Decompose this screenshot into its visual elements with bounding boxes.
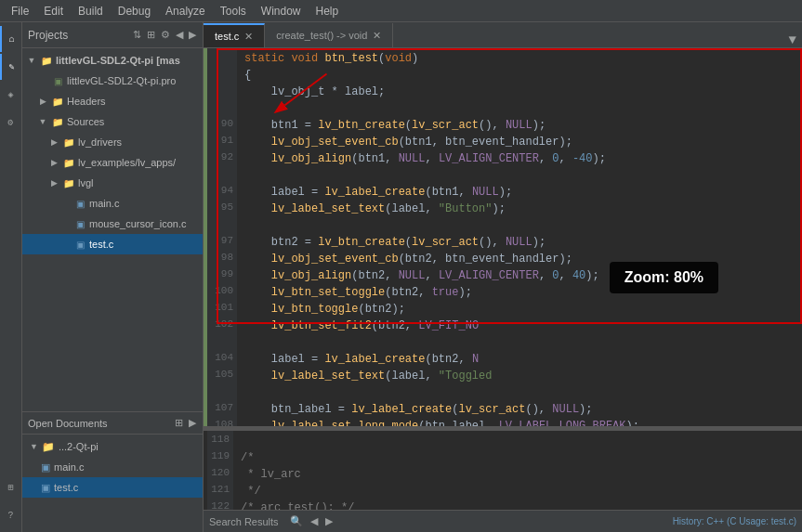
ln-90: 90: [207, 115, 233, 132]
code-line-13: lv_obj_set_event_cb(btn2, btn_event_hand…: [237, 251, 802, 267]
ln-104: 104: [207, 349, 233, 366]
search-icon[interactable]: 🔍: [290, 515, 303, 527]
ln-94: 94: [207, 182, 233, 199]
panel-nav-left-icon[interactable]: ◀: [175, 28, 184, 42]
ln-blank1: [207, 48, 233, 65]
open-docs-icon-2[interactable]: ▶: [188, 416, 197, 430]
open-docs-header: Open Documents ⊞ ▶: [22, 412, 203, 435]
menu-edit[interactable]: Edit: [36, 0, 71, 21]
tab-bar-actions: ▼: [789, 32, 802, 47]
ln-98: 98: [207, 249, 233, 266]
panel-sort-icon[interactable]: ⇅: [132, 28, 142, 42]
tree-mouse-cursor[interactable]: ▶ ▣ mouse_cursor_icon.c: [22, 214, 203, 234]
ln-101: 101: [207, 299, 233, 316]
tree-headers[interactable]: ▶ 📁 Headers: [22, 91, 203, 111]
tree-label-lv-drivers: lv_drivers: [78, 136, 122, 148]
bln-121: 121: [207, 481, 230, 498]
code-line-21: [237, 384, 802, 401]
folder-icon-sources: 📁: [51, 115, 64, 128]
tree-arrow-lvgl: ▶: [48, 177, 59, 188]
code-line-4: [237, 100, 802, 117]
open-doc-test-c[interactable]: ▣ test.c: [22, 477, 203, 498]
menu-help[interactable]: Help: [309, 0, 347, 21]
bcl-2: /*: [233, 449, 802, 466]
code-line-7: lv_obj_align(btn1, NULL, LV_ALIGN_CENTER…: [237, 150, 802, 167]
search-status: History: C++ (C Usage: test.c): [673, 516, 796, 526]
menu-window[interactable]: Window: [254, 0, 309, 21]
menu-file[interactable]: File: [4, 0, 36, 21]
tree-main-c[interactable]: ▶ ▣ main.c: [22, 193, 203, 214]
tree-arrow-lv-drivers: ▶: [48, 136, 59, 148]
tree-sources[interactable]: ▼ 📁 Sources: [22, 111, 203, 132]
open-doc-folder[interactable]: ▼ 📁 ...2-Qt-pi: [22, 436, 203, 457]
open-docs-icons: ⊞ ▶: [174, 416, 197, 430]
code-editor[interactable]: static void btn_test(void) { lv_obj_t * …: [237, 48, 802, 426]
c-file-icon-main: ▣: [73, 197, 86, 210]
sidebar-debug[interactable]: ⚙: [0, 110, 22, 136]
folder-icon-lv-examples: 📁: [62, 156, 75, 169]
tree-label-main: main.c: [89, 198, 119, 209]
folder-icon-lvgl: 📁: [62, 176, 75, 189]
open-doc-main-c[interactable]: ▣ main.c: [22, 457, 203, 477]
tree-root[interactable]: ▼ 📁 littlevGL-SDL2-Qt-pi [mas: [22, 50, 203, 71]
panel-settings-icon[interactable]: ⚙: [160, 28, 171, 42]
menu-debug[interactable]: Debug: [111, 0, 158, 21]
ln-92: 92: [207, 149, 233, 165]
ln-106: [207, 383, 233, 399]
panel-nav-right-icon[interactable]: ▶: [188, 28, 197, 42]
open-doc-test-label: test.c: [54, 482, 78, 493]
code-line-22: btn_label = lv_label_create(lv_scr_act()…: [237, 401, 802, 418]
open-docs-list: ▼ 📁 ...2-Qt-pi ▣ main.c ▣ test.c: [22, 435, 203, 500]
folder-icon-headers: 📁: [51, 95, 64, 108]
code-line-5: btn1 = lv_btn_create(lv_scr_act(), NULL)…: [237, 117, 802, 134]
search-nav-left[interactable]: ◀: [310, 515, 318, 527]
line-numbers: 90 91 92 94 95 97 98 99 100 101 102 104 …: [207, 48, 237, 426]
bln-120: 120: [207, 464, 230, 481]
bottom-code-editor[interactable]: /* * lv_arc */ /* arc_test(); */ btn_tes…: [233, 431, 802, 510]
tab-bar: test.c ✕ create_test() -> void ✕ ▼: [204, 22, 802, 48]
tab-test-c[interactable]: test.c ✕: [204, 23, 265, 47]
code-line-19: label = lv_label_create(btn2, N: [237, 351, 802, 368]
bcl-1: [233, 433, 802, 449]
ln-97: 97: [207, 232, 233, 249]
tree-lv-drivers[interactable]: ▶ 📁 lv_drivers: [22, 132, 203, 152]
sidebar-design[interactable]: ◈: [0, 82, 22, 108]
ln-102: 102: [207, 316, 233, 332]
tab-create-test-label: create_test() -> void: [276, 30, 367, 41]
open-docs-title: Open Documents: [28, 418, 108, 429]
tree-lvgl[interactable]: ▶ 📁 lvgl: [22, 173, 203, 193]
c-file-icon-test: ▣: [73, 238, 86, 251]
tab-create-test-close[interactable]: ✕: [373, 31, 381, 41]
sidebar-projects[interactable]: ⊞: [0, 474, 22, 500]
code-line-6: lv_obj_set_event_cb(btn1, btn_event_hand…: [237, 134, 802, 150]
tree-label-headers: Headers: [67, 96, 106, 107]
tree-label-root: littlevGL-SDL2-Qt-pi [mas: [56, 55, 180, 66]
menu-build[interactable]: Build: [71, 0, 111, 21]
tab-bar-dropdown[interactable]: ▼: [789, 32, 796, 47]
tree-pro-file[interactable]: ▶ ▣ littlevGL-SDL2-Qt-pi.pro: [22, 71, 203, 91]
pro-file-icon: ▣: [51, 74, 64, 87]
tree-test-c[interactable]: ▶ ▣ test.c: [22, 234, 203, 254]
open-doc-test-icon: ▣: [41, 482, 50, 494]
open-doc-folder-label: ...2-Qt-pi: [59, 441, 99, 452]
bcl-3: * lv_arc: [233, 466, 802, 483]
tab-test-c-close[interactable]: ✕: [244, 32, 253, 42]
ln-96: [207, 215, 233, 232]
sidebar-edit[interactable]: ✎: [0, 54, 22, 80]
search-nav-right[interactable]: ▶: [325, 515, 333, 527]
menu-analyze[interactable]: Analyze: [158, 0, 213, 21]
c-file-icon-mouse: ▣: [73, 217, 86, 230]
open-docs-icon-1[interactable]: ⊞: [174, 416, 184, 430]
code-line-3: lv_obj_t * label;: [237, 84, 802, 100]
panel-header-icons: ⇅ ⊞ ⚙ ◀ ▶: [132, 28, 197, 42]
sidebar-welcome[interactable]: ⌂: [0, 26, 22, 52]
tab-create-test[interactable]: create_test() -> void ✕: [265, 23, 393, 47]
bln-119: 119: [207, 448, 230, 464]
panel-link-icon[interactable]: ⊞: [146, 28, 156, 42]
sidebar-help[interactable]: ?: [0, 502, 22, 528]
tree-arrow-sources: ▼: [37, 116, 48, 127]
code-line-12: btn2 = lv_btn_create(lv_scr_act(), NULL)…: [237, 234, 802, 251]
menu-tools[interactable]: Tools: [213, 0, 254, 21]
ln-blank4: [207, 98, 233, 115]
tree-lv-examples[interactable]: ▶ 📁 lv_examples/lv_apps/: [22, 152, 203, 173]
